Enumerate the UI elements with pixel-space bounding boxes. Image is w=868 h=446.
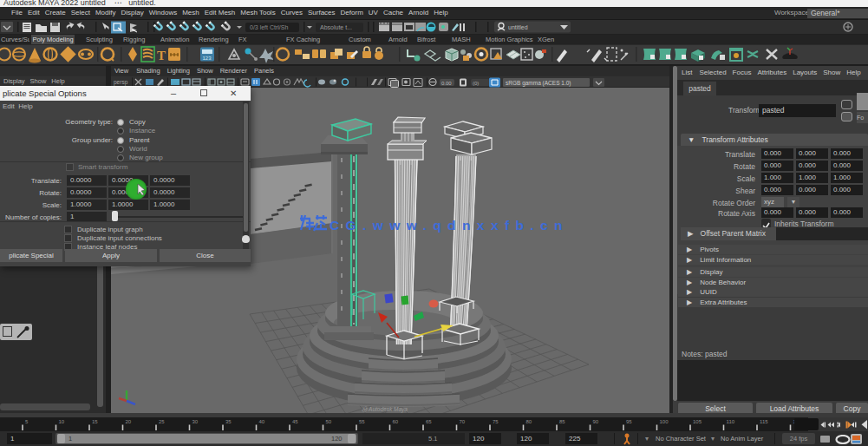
svg-text:95: 95 — [626, 419, 632, 424]
svg-text:25: 25 — [159, 419, 165, 424]
svg-text:10: 10 — [59, 419, 65, 424]
svg-text:85: 85 — [559, 419, 565, 424]
svg-text:persp: persp — [114, 79, 128, 86]
svg-text:80: 80 — [526, 419, 532, 424]
svg-text:65: 65 — [426, 419, 432, 424]
svg-text:115: 115 — [760, 419, 768, 424]
svg-text:sRGB gamma (ACES 1.0): sRGB gamma (ACES 1.0) — [506, 80, 571, 87]
svg-text:(0): (0) — [473, 81, 479, 86]
svg-text:T: T — [157, 49, 166, 62]
svg-text:untitled: untitled — [508, 24, 528, 30]
svg-text:Ⓜ Autodesk Maya: Ⓜ Autodesk Maya — [362, 406, 408, 413]
svg-text:100: 100 — [660, 419, 669, 424]
svg-text:0/3 left Ctrl/Sh: 0/3 left Ctrl/Sh — [250, 24, 288, 30]
svg-text:105: 105 — [693, 419, 702, 424]
svg-text:70: 70 — [460, 419, 466, 424]
svg-text:30: 30 — [193, 419, 199, 424]
svg-text:45: 45 — [292, 419, 298, 424]
svg-text:35: 35 — [225, 419, 232, 424]
svg-text:60: 60 — [393, 419, 399, 424]
svg-text:Absolute t...: Absolute t... — [320, 24, 352, 30]
svg-text:15: 15 — [92, 419, 98, 424]
svg-text:20: 20 — [126, 419, 132, 424]
svg-text:55: 55 — [359, 419, 365, 424]
svg-text:40: 40 — [259, 419, 265, 424]
svg-text:90: 90 — [593, 419, 599, 424]
svg-text:123: 123 — [203, 56, 212, 61]
svg-text:50: 50 — [326, 419, 332, 424]
svg-text:110: 110 — [727, 419, 735, 424]
svg-text:0.00: 0.00 — [441, 81, 452, 86]
svg-text:CG.www.qdnxxfb.cn: CG.www.qdnxxfb.cn — [330, 218, 569, 233]
svg-text:75: 75 — [493, 419, 499, 424]
